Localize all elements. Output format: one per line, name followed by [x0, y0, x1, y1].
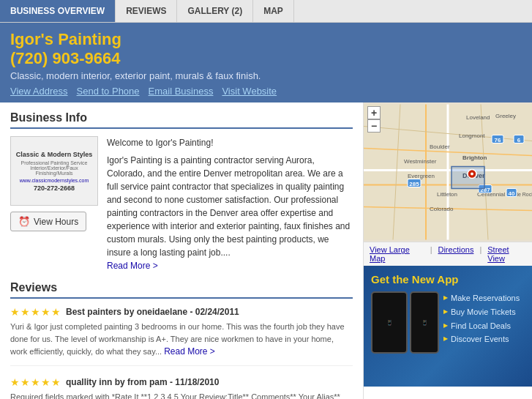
business-description: Welcome to Igor's Painting! Igor's Paint…	[107, 136, 353, 272]
send-to-phone-link[interactable]: Send to Phone	[77, 86, 140, 97]
right-panel: Loveland Greeley Longmont Boulder Westmi…	[364, 102, 532, 399]
review-1-body: Yuri & Igor just completed painting 3 be…	[10, 321, 353, 358]
business-name: Igor's Painting	[10, 30, 522, 49]
business-info-row: Classic & Modern Styles Professional Pai…	[10, 136, 353, 272]
map-container: Loveland Greeley Longmont Boulder Westmi…	[364, 102, 532, 242]
ad-features-list: Make Reservations Buy Movie Tickets Find…	[443, 291, 520, 354]
svg-text:6: 6	[517, 137, 521, 143]
svg-text:Brighton: Brighton	[462, 154, 487, 161]
clock-icon: ⏰	[18, 216, 30, 227]
review-1-title: Best painters by oneidaelane - 02/24/201…	[66, 307, 239, 317]
svg-point-34	[471, 173, 473, 176]
svg-text:Colorado: Colorado	[430, 206, 454, 212]
svg-text:Greeley: Greeley	[495, 113, 516, 119]
review-2-title: quallity inn by from pam - 11/18/2010	[66, 377, 219, 387]
reviews-title: Reviews	[10, 281, 353, 299]
map-svg: Loveland Greeley Longmont Boulder Westmi…	[364, 102, 532, 242]
svg-text:Westminster: Westminster	[404, 158, 437, 165]
tab-map[interactable]: MAP	[253, 0, 294, 22]
svg-text:Evergreen: Evergreen	[408, 173, 435, 179]
street-view-link[interactable]: Street View	[487, 245, 526, 263]
svg-text:285: 285	[409, 181, 419, 187]
review-1-read-more[interactable]: Read More >	[164, 346, 215, 357]
svg-text:Longmont: Longmont	[459, 133, 485, 139]
ad-phone-2: 📱	[410, 291, 439, 354]
left-panel: Business Info Classic & Modern Styles Pr…	[0, 102, 364, 399]
svg-rect-32	[452, 167, 484, 189]
ad-content: 📱 📱 Make Reservations Buy Movie Tickets …	[371, 291, 525, 354]
ad-feature-2: Buy Movie Tickets	[443, 305, 520, 319]
view-address-link[interactable]: View Address	[10, 86, 68, 97]
logo-title: Classic & Modern Styles	[16, 151, 93, 158]
logo-website: www.classicmodernstyles.com	[20, 178, 89, 183]
ad-title: Get the New App	[371, 273, 525, 286]
svg-text:76: 76	[495, 137, 501, 143]
business-tagline: Classic, modern interior, exterior paint…	[10, 70, 522, 81]
description-text: Igor's Painting is a painting contractor…	[107, 154, 353, 259]
review-2-stars: ★★★★★	[10, 376, 61, 388]
welcome-text: Welcome to Igor's Painting!	[107, 136, 353, 149]
main-content: Business Info Classic & Modern Styles Pr…	[0, 102, 532, 399]
tab-business-overview[interactable]: BUSINESS OVERVIEW	[0, 0, 116, 22]
business-logo: Classic & Modern Styles Professional Pai…	[10, 136, 98, 206]
review-1-header: ★★★★★ Best painters by oneidaelane - 02/…	[10, 306, 353, 318]
business-info-title: Business Info	[10, 111, 353, 129]
logo-phone: 720-272-2668	[34, 184, 75, 192]
svg-text:Loveland: Loveland	[466, 114, 490, 121]
logo-sub2: Interior/Exterior/Faux Finishing/Murals	[15, 165, 94, 176]
reviews-section: Reviews ★★★★★ Best painters by oneidaela…	[10, 281, 353, 399]
visit-website-link[interactable]: Visit Website	[222, 86, 277, 97]
ad-feature-4: Discover Events	[443, 332, 520, 346]
top-navigation: BUSINESS OVERVIEW REVIEWS GALLERY (2) MA…	[0, 0, 532, 23]
ad-feature-3: Find Local Deals	[443, 319, 520, 333]
logo-sub1: Professional Painting Service	[20, 160, 87, 165]
view-hours-button[interactable]: ⏰ View Hours	[10, 212, 86, 231]
ad-feature-1: Make Reservations	[443, 291, 520, 305]
svg-text:Boulder: Boulder	[430, 143, 450, 150]
business-header: Igor's Painting (720) 903-9664 Classic, …	[0, 23, 532, 102]
map-zoom-out-button[interactable]: −	[367, 119, 381, 133]
header-links: View Address Send to Phone Email Busines…	[10, 86, 522, 97]
business-info-section: Business Info Classic & Modern Styles Pr…	[10, 111, 353, 272]
map-links: View Large Map | Directions | Street Vie…	[364, 242, 532, 266]
directions-link[interactable]: Directions	[438, 245, 473, 263]
review-item-2: ★★★★★ quallity inn by from pam - 11/18/2…	[10, 376, 353, 399]
review-2-header: ★★★★★ quallity inn by from pam - 11/18/2…	[10, 376, 353, 388]
review-1-stars: ★★★★★	[10, 306, 61, 318]
business-phone: (720) 903-9664	[10, 49, 522, 68]
review-item-1: ★★★★★ Best painters by oneidaelane - 02/…	[10, 306, 353, 366]
read-more-link-biz[interactable]: Read More >	[107, 261, 158, 271]
tab-reviews[interactable]: REVIEWS	[116, 0, 177, 22]
map-zoom-in-button[interactable]: +	[367, 106, 381, 119]
email-business-link[interactable]: Email Business	[149, 86, 214, 97]
ad-phone-1: 📱	[371, 291, 408, 354]
map-controls: + −	[367, 106, 381, 133]
review-2-body: Required fields marked with *Rate It **1…	[10, 391, 353, 399]
svg-text:40: 40	[509, 190, 515, 197]
ad-phones-container: 📱 📱	[371, 291, 439, 354]
svg-text:Littleton: Littleton	[437, 191, 457, 198]
ad-banner[interactable]: Get the New App 📱 📱 Make Reservations Bu…	[364, 266, 532, 387]
tab-gallery[interactable]: GALLERY (2)	[177, 0, 253, 22]
view-large-map-link[interactable]: View Large Map	[370, 245, 424, 263]
